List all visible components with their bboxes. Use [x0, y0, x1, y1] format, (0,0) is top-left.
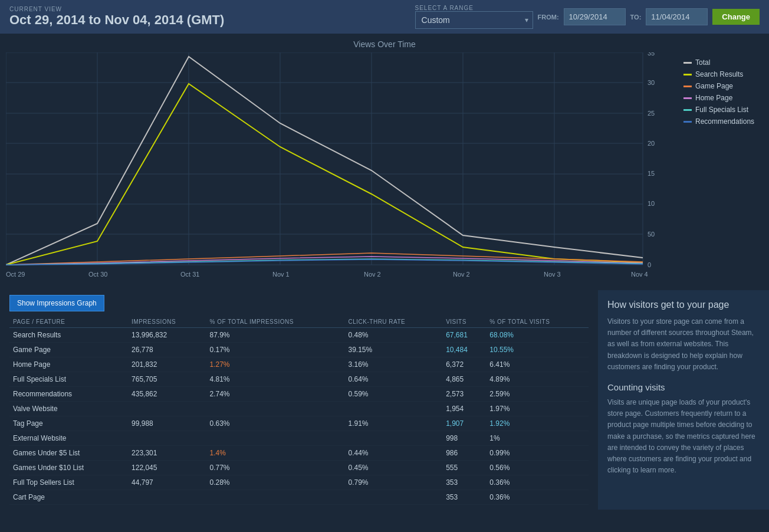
cell-visits: 4,865 — [442, 372, 486, 387]
cell-page: Home Page — [9, 357, 128, 372]
svg-text:Oct 30: Oct 30 — [88, 271, 107, 278]
legend-recommendations: Recommendations — [683, 117, 763, 126]
table-row: Valve Website1,9541.97% — [9, 402, 589, 416]
col-pct-impressions: % OF TOTAL IMPRESSIONS — [206, 316, 345, 328]
cell-impressions: 26,778 — [128, 343, 206, 357]
current-view-label: CURRENT VIEW — [9, 6, 224, 12]
cell-visits: 1,954 — [442, 402, 486, 416]
svg-text:Nov 4: Nov 4 — [631, 271, 648, 278]
info-text-1: Visitors to your store page can come fro… — [607, 316, 760, 373]
svg-text:5000: 5000 — [648, 231, 655, 238]
cell-visits: 353 — [442, 490, 486, 505]
select-range-label-wrap: SELECT A RANGE Custom Last 7 Days Last 3… — [415, 5, 533, 29]
col-visits: VISITS — [442, 316, 486, 328]
cell-page: Recommendations — [9, 387, 128, 402]
current-view-section: CURRENT VIEW Oct 29, 2014 to Nov 04, 201… — [9, 6, 224, 28]
show-impressions-button[interactable]: Show Impressions Graph — [9, 295, 104, 311]
svg-text:35000: 35000 — [648, 52, 655, 57]
cell-visits: 6,372 — [442, 357, 486, 372]
data-table: PAGE / FEATURE IMPRESSIONS % OF TOTAL IM… — [9, 316, 589, 505]
svg-text:0: 0 — [648, 261, 651, 268]
cell-visits: 555 — [442, 461, 486, 475]
cell-pct-visits: 10.55% — [486, 343, 589, 357]
cell-page: Full Top Sellers List — [9, 475, 128, 490]
cell-page: Game Page — [9, 343, 128, 357]
cell-visits: 353 — [442, 475, 486, 490]
svg-text:Nov 2: Nov 2 — [364, 271, 381, 278]
col-page: PAGE / FEATURE — [9, 316, 128, 328]
svg-text:30000: 30000 — [648, 79, 655, 86]
table-row: Recommendations435,8622.74%0.59%2,5732.5… — [9, 387, 589, 402]
legend-label-game-page: Game Page — [695, 82, 733, 90]
cell-pct-visits: 2.59% — [486, 387, 589, 402]
cell-pct-impressions — [206, 490, 345, 505]
info-title: How visitors get to your page — [607, 300, 760, 310]
legend-color-full-specials — [683, 109, 692, 111]
cell-ctr: 0.59% — [345, 387, 443, 402]
cell-impressions: 223,301 — [128, 446, 206, 461]
cell-ctr: 0.45% — [345, 461, 443, 475]
to-date-input[interactable] — [646, 8, 708, 25]
cell-pct-visits: 1% — [486, 431, 589, 446]
from-date-input[interactable] — [564, 8, 626, 25]
col-ctr: CLICK-THRU RATE — [345, 316, 443, 328]
cell-visits: 998 — [442, 431, 486, 446]
cell-impressions: 122,045 — [128, 461, 206, 475]
cell-pct-visits: 1.97% — [486, 402, 589, 416]
cell-ctr: 0.44% — [345, 446, 443, 461]
table-row: Full Top Sellers List44,7970.28%0.79%353… — [9, 475, 589, 490]
cell-ctr — [345, 490, 443, 505]
change-button[interactable]: Change — [712, 9, 760, 25]
cell-page: Full Specials List — [9, 372, 128, 387]
legend-color-total — [683, 62, 692, 64]
cell-pct-visits: 0.56% — [486, 461, 589, 475]
cell-page: External Website — [9, 431, 128, 446]
svg-text:Oct 31: Oct 31 — [180, 271, 199, 278]
legend-label-home-page: Home Page — [695, 94, 732, 102]
range-controls: SELECT A RANGE Custom Last 7 Days Last 3… — [415, 5, 760, 29]
chart-svg: 0 5000 10000 15000 20000 25000 30000 350… — [6, 52, 655, 283]
table-row: Search Results13,996,83287.9%0.48%67,681… — [9, 328, 589, 343]
legend-label-recommendations: Recommendations — [695, 117, 754, 126]
cell-pct-visits: 0.99% — [486, 446, 589, 461]
info-panel: How visitors get to your page Visitors t… — [598, 290, 769, 510]
cell-visits: 1,907 — [442, 416, 486, 431]
svg-rect-0 — [6, 52, 655, 265]
chart-container: Views Over Time — [0, 34, 769, 290]
cell-pct-impressions: 0.28% — [206, 475, 345, 490]
legend-color-game-page — [683, 86, 692, 87]
table-row: Home Page201,8321.27%3.16%6,3726.41% — [9, 357, 589, 372]
table-row: External Website9981% — [9, 431, 589, 446]
cell-impressions — [128, 490, 206, 505]
table-row: Games Under $5 List223,3011.4%0.44%9860.… — [9, 446, 589, 461]
svg-text:15000: 15000 — [648, 170, 655, 177]
svg-text:10000: 10000 — [648, 200, 655, 207]
chart-title: Views Over Time — [0, 40, 769, 49]
cell-ctr — [345, 402, 443, 416]
chart-area: 0 5000 10000 15000 20000 25000 30000 350… — [0, 52, 769, 284]
svg-text:Nov 3: Nov 3 — [544, 271, 561, 278]
table-row: Game Page26,7780.17%39.15%10,48410.55% — [9, 343, 589, 357]
to-label: TO: — [630, 14, 642, 21]
legend-color-search-results — [683, 74, 692, 75]
cell-impressions: 201,832 — [128, 357, 206, 372]
cell-pct-impressions: 4.81% — [206, 372, 345, 387]
cell-ctr: 3.16% — [345, 357, 443, 372]
col-impressions: IMPRESSIONS — [128, 316, 206, 328]
cell-pct-impressions: 1.4% — [206, 446, 345, 461]
table-header: PAGE / FEATURE IMPRESSIONS % OF TOTAL IM… — [9, 316, 589, 328]
col-pct-visits: % OF TOTAL VISITS — [486, 316, 589, 328]
cell-impressions: 435,862 — [128, 387, 206, 402]
svg-text:Nov 1: Nov 1 — [272, 271, 290, 278]
legend-color-recommendations — [683, 121, 692, 123]
legend-game-page: Game Page — [683, 82, 763, 90]
info-text-2: Visits are unique page loads of your pro… — [607, 397, 760, 476]
cell-impressions: 13,996,832 — [128, 328, 206, 343]
cell-visits: 986 — [442, 446, 486, 461]
cell-pct-visits: 6.41% — [486, 357, 589, 372]
cell-pct-visits: 68.08% — [486, 328, 589, 343]
info-subtitle-2: Counting visits — [607, 382, 760, 392]
table-header-row: PAGE / FEATURE IMPRESSIONS % OF TOTAL IM… — [9, 316, 589, 328]
range-select[interactable]: Custom Last 7 Days Last 30 Days — [415, 11, 533, 29]
svg-text:20000: 20000 — [648, 140, 655, 147]
